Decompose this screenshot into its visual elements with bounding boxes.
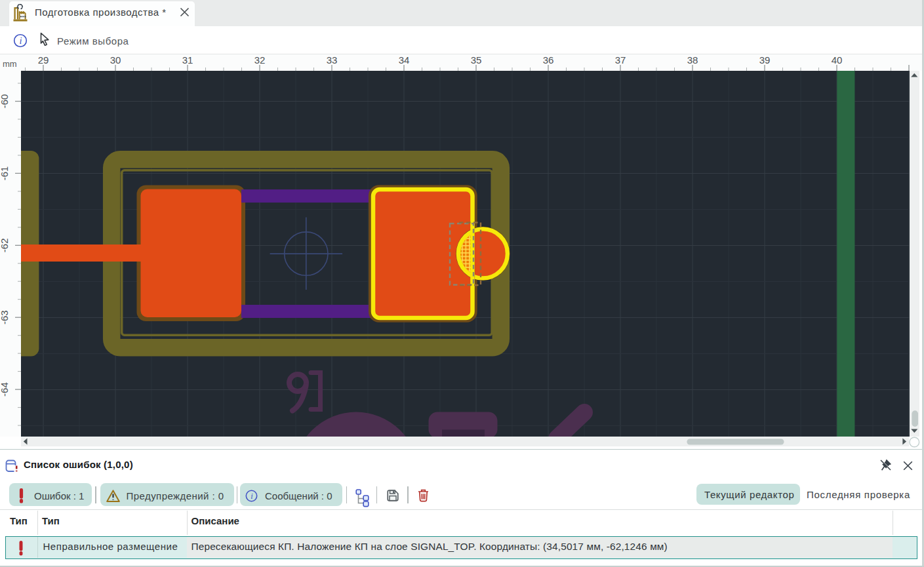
svg-text:i: i [251,492,253,501]
svg-text:i: i [19,35,22,46]
